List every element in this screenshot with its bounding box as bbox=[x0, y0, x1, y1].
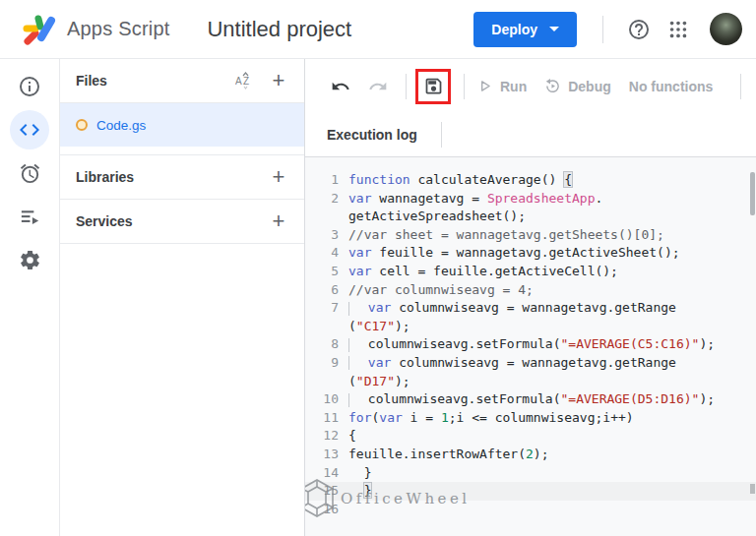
line-number: 3 bbox=[305, 226, 348, 245]
tab-divider bbox=[441, 122, 442, 148]
code-line[interactable]: 6//var columnwiseavg = 4; bbox=[305, 281, 756, 300]
redo-button[interactable] bbox=[366, 75, 390, 98]
svg-text:Z: Z bbox=[243, 76, 249, 87]
scrollbar-marker bbox=[750, 484, 755, 494]
line-number: 10 bbox=[305, 390, 348, 409]
file-status-icon bbox=[76, 119, 88, 131]
code-line[interactable]: 9 var columnwiseavg = wannagetavg.getRan… bbox=[305, 354, 756, 373]
code-editor[interactable]: 1function calculateAverage() {2var wanna… bbox=[305, 157, 756, 536]
editor-tab-bar: Execution log bbox=[305, 113, 756, 157]
undo-icon bbox=[331, 77, 350, 96]
line-number: 14 bbox=[305, 464, 348, 483]
toolbar-divider bbox=[406, 74, 407, 99]
libraries-label: Libraries bbox=[76, 169, 134, 185]
file-name: Code.gs bbox=[96, 118, 146, 133]
editor-scrollbar[interactable] bbox=[750, 172, 755, 215]
code-line[interactable]: 12{ bbox=[305, 427, 756, 446]
add-library-button[interactable]: + bbox=[267, 167, 290, 187]
add-file-button[interactable]: + bbox=[267, 71, 290, 90]
line-number: 13 bbox=[305, 446, 348, 464]
files-panel: Files A Z + Code.gs Libraries + bbox=[59, 59, 305, 536]
indent-guide bbox=[348, 393, 360, 407]
code-line[interactable]: 4var feuille = wannagetavg.getActiveShee… bbox=[305, 244, 756, 263]
indent-guide bbox=[348, 302, 360, 316]
services-section[interactable]: Services + bbox=[60, 200, 304, 244]
nav-editor-button[interactable] bbox=[10, 110, 49, 149]
app-name: Apps Script bbox=[67, 18, 169, 40]
code-line[interactable]: 7 var columnwiseavg = wannagetavg.getRan… bbox=[305, 299, 756, 318]
line-number: 7 bbox=[305, 299, 348, 318]
code-icon bbox=[18, 118, 41, 142]
nav-triggers-button[interactable] bbox=[10, 153, 49, 193]
deploy-button[interactable]: Deploy bbox=[473, 12, 577, 47]
line-number bbox=[305, 318, 348, 336]
code-line[interactable]: 3//var sheet = wannagetavg.getSheets()[0… bbox=[305, 226, 756, 245]
line-number: 1 bbox=[305, 171, 348, 190]
panel-divider bbox=[60, 147, 304, 155]
code-line[interactable]: 15 } bbox=[305, 482, 756, 501]
line-number: 12 bbox=[305, 427, 348, 446]
file-item-code-gs[interactable]: Code.gs bbox=[60, 103, 304, 147]
debug-label: Debug bbox=[568, 79, 611, 94]
indent-guide bbox=[348, 356, 360, 370]
nav-overview-button[interactable] bbox=[10, 67, 49, 106]
user-avatar[interactable] bbox=[710, 13, 742, 45]
function-selector[interactable]: No functions bbox=[629, 79, 714, 94]
save-icon bbox=[423, 76, 444, 96]
files-panel-header: Files A Z + bbox=[60, 59, 304, 103]
save-button[interactable] bbox=[421, 75, 445, 98]
info-icon bbox=[18, 75, 41, 98]
code-line[interactable]: ("D17"); bbox=[305, 373, 756, 391]
deploy-button-label: Deploy bbox=[491, 22, 537, 37]
line-number bbox=[305, 208, 348, 226]
execution-log-tab[interactable]: Execution log bbox=[317, 127, 427, 143]
code-line[interactable]: ("C17"); bbox=[305, 318, 756, 336]
code-lines: 1function calculateAverage() {2var wanna… bbox=[305, 171, 756, 518]
undo-button[interactable] bbox=[329, 75, 352, 98]
left-nav-rail bbox=[0, 59, 59, 536]
files-panel-title: Files bbox=[76, 73, 107, 89]
run-label: Run bbox=[500, 79, 527, 94]
redo-icon bbox=[368, 77, 388, 96]
debug-button[interactable]: Debug bbox=[544, 78, 611, 94]
app-header: Apps Script Untitled project Deploy bbox=[0, 0, 756, 59]
nav-executions-button[interactable] bbox=[10, 197, 49, 236]
apps-script-logo-icon bbox=[22, 14, 57, 45]
project-title[interactable]: Untitled project bbox=[207, 17, 351, 42]
code-line[interactable]: 10 columnwiseavg.setFormula("=AVERAGE(D5… bbox=[305, 390, 756, 409]
indent-guide bbox=[348, 338, 360, 352]
line-number: 16 bbox=[305, 501, 348, 519]
code-line[interactable]: 2var wannagetavg = SpreadsheetApp. bbox=[305, 190, 756, 208]
svg-text:A: A bbox=[235, 76, 242, 87]
header-divider bbox=[602, 16, 603, 43]
editor-column: Run Debug No functions Execution log 1fu… bbox=[305, 59, 756, 536]
line-number bbox=[305, 373, 348, 391]
line-number: 15 bbox=[305, 482, 348, 501]
line-number: 5 bbox=[305, 263, 348, 281]
google-apps-grid-button[interactable] bbox=[659, 10, 698, 49]
executions-icon bbox=[19, 206, 41, 228]
code-line[interactable]: 5var cell = feuille.getActiveCell(); bbox=[305, 263, 756, 281]
libraries-section[interactable]: Libraries + bbox=[60, 155, 304, 200]
run-button[interactable]: Run bbox=[476, 78, 527, 94]
editor-toolbar: Run Debug No functions bbox=[305, 59, 756, 113]
line-number: 9 bbox=[305, 354, 348, 373]
code-line[interactable]: 1function calculateAverage() { bbox=[305, 171, 756, 190]
line-number: 11 bbox=[305, 409, 348, 428]
sort-files-button[interactable]: A Z bbox=[233, 69, 257, 92]
line-number: 8 bbox=[305, 335, 348, 354]
code-line[interactable]: 13feuille.insertRowAfter(2); bbox=[305, 446, 756, 464]
code-line[interactable]: 11for(var i = 1;i <= columnwiseavg;i++) bbox=[305, 409, 756, 428]
run-play-icon bbox=[476, 78, 493, 94]
help-button[interactable] bbox=[619, 10, 659, 49]
nav-settings-button[interactable] bbox=[10, 240, 49, 279]
line-number: 2 bbox=[305, 190, 348, 208]
sort-az-icon: A Z bbox=[235, 72, 255, 89]
code-line[interactable]: 8 columnwiseavg.setFormula("=AVERAGE(C5:… bbox=[305, 335, 756, 354]
line-number: 4 bbox=[305, 244, 348, 263]
code-line[interactable]: 14 } bbox=[305, 464, 756, 483]
code-line[interactable]: getActiveSpreadsheet(); bbox=[305, 208, 756, 226]
gear-icon bbox=[19, 249, 41, 271]
code-line[interactable]: 16 bbox=[305, 501, 756, 519]
add-service-button[interactable]: + bbox=[267, 211, 290, 231]
